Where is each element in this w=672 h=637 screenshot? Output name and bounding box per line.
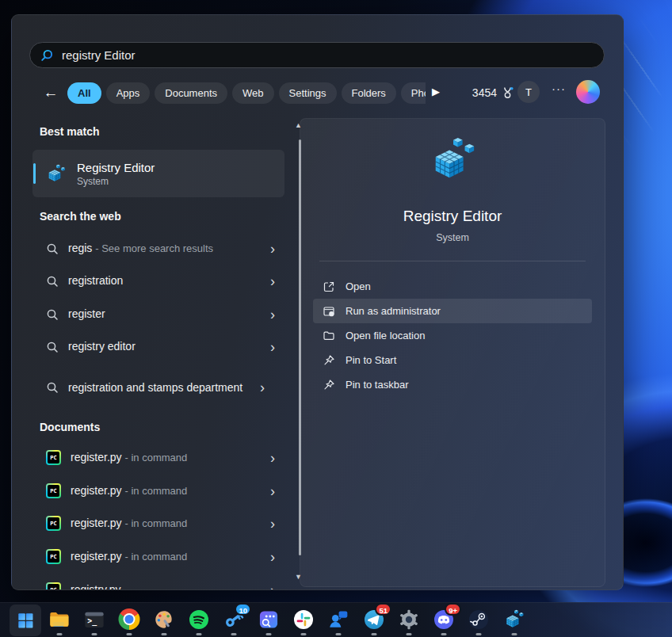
web-suggestion[interactable]: register › — [32, 298, 284, 330]
tab-web[interactable]: Web — [232, 82, 274, 104]
running-indicator — [301, 633, 307, 635]
running-indicator — [127, 633, 132, 635]
rewards-icon — [501, 86, 514, 100]
chevron-right-icon: › — [270, 484, 275, 498]
documents-heading: Documents — [40, 421, 100, 433]
search-input[interactable] — [62, 48, 594, 62]
running-indicator — [266, 633, 272, 635]
taskbar-slack[interactable] — [291, 605, 316, 636]
tab-settings[interactable]: Settings — [279, 82, 337, 104]
web-heading: Search the web — [40, 210, 121, 223]
taskbar-steam[interactable] — [466, 605, 491, 636]
more-options-button[interactable]: ··· — [552, 82, 566, 95]
taskbar-spotify[interactable] — [186, 605, 212, 636]
taskbar-contacts-chat[interactable] — [326, 605, 351, 636]
taskbar-telegram[interactable]: 51 — [361, 605, 387, 636]
rewards-count: 3454 — [472, 86, 497, 99]
running-indicator — [231, 633, 237, 635]
run-as-administrator-icon — [323, 305, 335, 318]
back-button[interactable]: ← — [40, 83, 61, 102]
tab-documents[interactable]: Documents — [155, 82, 227, 104]
pycharm-icon: PC — [46, 483, 61, 498]
tab-folders[interactable]: Folders — [342, 82, 396, 104]
detail-panel: Registry Editor System Open — [300, 118, 605, 587]
file-explorer-icon — [48, 608, 71, 631]
taskbar-paint[interactable] — [151, 605, 177, 636]
action-list: Open Run as administrator Open file loca… — [313, 274, 592, 397]
tab-all[interactable]: All — [67, 82, 101, 104]
action-open-file-location[interactable]: Open file location — [313, 323, 592, 348]
steam-icon — [468, 608, 490, 631]
search-flyout-panel: ← All Apps Documents Web Settings Folder… — [11, 14, 624, 590]
pycharm-icon: PC — [46, 450, 61, 465]
chevron-right-icon: › — [260, 380, 265, 395]
paint-icon — [153, 608, 175, 631]
svg-text:>_: >_ — [87, 616, 97, 626]
terminal-icon: >_ — [83, 608, 105, 631]
windows-logo-icon — [17, 612, 34, 629]
chevron-right-icon: › — [270, 550, 275, 564]
chrome-icon — [119, 608, 140, 630]
chevron-right-icon: › — [270, 583, 275, 591]
user-avatar[interactable]: T — [517, 81, 540, 103]
document-result[interactable]: PC register.py - in command › — [32, 441, 284, 474]
pin-icon — [323, 379, 335, 391]
document-result[interactable]: PC registry.py › — [32, 574, 284, 590]
pin-icon — [323, 354, 335, 367]
document-result[interactable]: PC register.py - in command › — [32, 540, 284, 573]
tabs-overflow-button[interactable]: ▶ — [432, 86, 440, 97]
registry-editor-icon — [504, 608, 525, 630]
best-match-title: Registry Editor — [77, 161, 155, 174]
taskbar-key-app[interactable]: 10 — [221, 605, 246, 636]
notification-badge: 51 — [375, 603, 391, 616]
divider — [319, 261, 586, 261]
taskbar-search-tool[interactable] — [256, 605, 281, 636]
running-indicator — [372, 633, 377, 635]
folder-icon — [323, 330, 335, 342]
filter-tabs-row: ← All Apps Documents Web Settings Folder… — [12, 81, 624, 105]
running-indicator — [336, 633, 342, 635]
search-icon — [46, 308, 59, 321]
taskbar-discord[interactable]: 9+ — [431, 605, 456, 636]
tabs-scroller: All Apps Documents Web Settings Folders … — [67, 81, 426, 105]
action-run-as-administrator[interactable]: Run as administrator — [313, 299, 592, 323]
taskbar-settings[interactable] — [396, 605, 422, 636]
taskbar-chrome[interactable] — [116, 605, 142, 636]
running-indicator — [162, 633, 167, 635]
taskbar-file-explorer[interactable] — [47, 605, 72, 636]
screen: ← All Apps Documents Web Settings Folder… — [0, 0, 672, 637]
web-suggestion[interactable]: registration › — [32, 265, 284, 297]
detail-title: Registry Editor — [300, 208, 605, 225]
copilot-button[interactable] — [576, 80, 600, 104]
web-suggestion[interactable]: registry editor › — [32, 330, 284, 363]
web-suggestion[interactable]: registration and stamps department › — [32, 364, 284, 411]
document-result[interactable]: PC register.py - in command › — [32, 475, 284, 507]
slack-icon — [292, 608, 315, 631]
best-match-heading: Best match — [40, 125, 99, 138]
running-indicator — [407, 633, 412, 635]
best-match-subtitle: System — [77, 176, 155, 187]
web-suggestion[interactable]: regis - See more search results › — [32, 232, 284, 265]
chevron-right-icon: › — [270, 517, 275, 531]
taskbar-registry-editor[interactable] — [502, 605, 527, 636]
search-icon — [46, 275, 59, 288]
open-icon — [323, 280, 335, 293]
action-open[interactable]: Open — [313, 274, 592, 299]
taskbar-start-button[interactable] — [10, 605, 41, 636]
notification-badge: 9+ — [445, 603, 461, 616]
app-search-icon — [258, 608, 280, 631]
tab-apps[interactable]: Apps — [106, 82, 151, 104]
selection-accent-bar — [33, 163, 36, 184]
gear-icon — [398, 608, 420, 631]
pycharm-icon: PC — [46, 582, 61, 590]
search-bar[interactable] — [29, 42, 605, 68]
rewards-points[interactable]: 3454 — [452, 83, 514, 102]
taskbar-terminal[interactable]: >_ — [82, 605, 107, 636]
running-indicator — [57, 633, 63, 635]
tab-photos[interactable]: Pho — [401, 82, 426, 104]
person-chat-icon — [327, 608, 349, 631]
action-pin-to-taskbar[interactable]: Pin to taskbar — [313, 372, 592, 397]
best-match-result[interactable]: Registry Editor System — [32, 150, 284, 197]
action-pin-to-start[interactable]: Pin to Start — [313, 348, 592, 372]
document-result[interactable]: PC register.py - in command › — [32, 507, 284, 540]
